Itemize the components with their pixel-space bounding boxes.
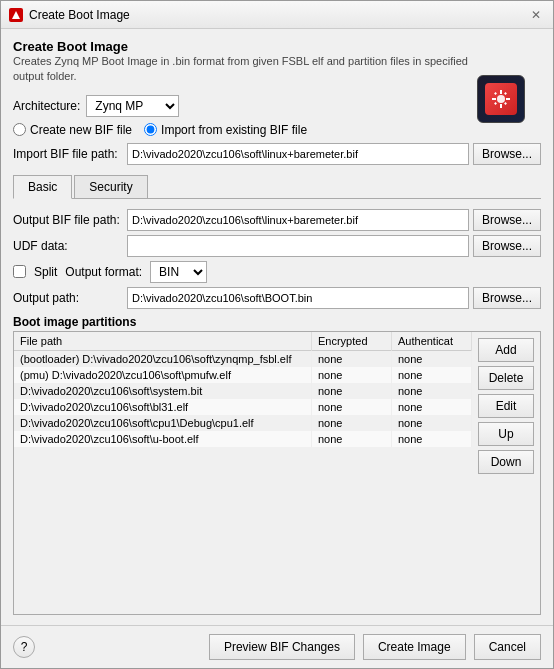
split-checkbox[interactable] bbox=[13, 265, 26, 278]
import-bif-radio[interactable] bbox=[144, 123, 157, 136]
cell-file-4: D:\vivado2020\zcu106\soft\cpu1\Debug\cpu… bbox=[14, 415, 312, 431]
window-icon bbox=[9, 8, 23, 22]
tab-security[interactable]: Security bbox=[74, 175, 147, 198]
svg-rect-3 bbox=[500, 104, 502, 108]
partitions-table: File path Encrypted Authenticat (bootloa… bbox=[14, 332, 472, 614]
split-row: Split Output format: BIN MCS HEX bbox=[13, 261, 541, 283]
main-window: Create Boot Image ✕ Create Boot Image Cr… bbox=[0, 0, 554, 669]
page-description: Creates Zynq MP Boot Image in .bin forma… bbox=[13, 54, 481, 85]
split-label: Split bbox=[34, 265, 57, 279]
partitions-data-table: File path Encrypted Authenticat (bootloa… bbox=[14, 332, 472, 447]
svg-rect-4 bbox=[492, 98, 496, 100]
partitions-box: File path Encrypted Authenticat (bootloa… bbox=[13, 331, 541, 615]
col-header-file: File path bbox=[14, 332, 312, 351]
cell-auth-0: none bbox=[392, 350, 472, 367]
cell-file-0: (bootloader) D:\vivado2020\zcu106\soft\z… bbox=[14, 350, 312, 367]
table-row[interactable]: (bootloader) D:\vivado2020\zcu106\soft\z… bbox=[14, 350, 472, 367]
svg-rect-8 bbox=[504, 92, 507, 95]
cancel-button[interactable]: Cancel bbox=[474, 634, 541, 660]
output-bif-row: Output BIF file path: Browse... bbox=[13, 209, 541, 231]
create-bif-label: Create new BIF file bbox=[30, 123, 132, 137]
cell-file-5: D:\vivado2020\zcu106\soft\u-boot.elf bbox=[14, 431, 312, 447]
cell-enc-4: none bbox=[312, 415, 392, 431]
cell-auth-3: none bbox=[392, 399, 472, 415]
add-partition-button[interactable]: Add bbox=[478, 338, 534, 362]
table-row[interactable]: D:\vivado2020\zcu106\soft\bl31.elf none … bbox=[14, 399, 472, 415]
tabs-bar: Basic Security bbox=[13, 175, 541, 199]
output-path-row: Output path: Browse... bbox=[13, 287, 541, 309]
svg-rect-2 bbox=[500, 90, 502, 94]
partitions-body: (bootloader) D:\vivado2020\zcu106\soft\z… bbox=[14, 350, 472, 447]
cell-auth-1: none bbox=[392, 367, 472, 383]
udf-browse-button[interactable]: Browse... bbox=[473, 235, 541, 257]
partition-buttons: Add Delete Edit Up Down bbox=[472, 332, 540, 614]
footer-left: ? bbox=[13, 636, 35, 658]
create-bif-option: Create new BIF file bbox=[13, 123, 132, 137]
svg-rect-5 bbox=[506, 98, 510, 100]
bif-source-group: Create new BIF file Import from existing… bbox=[13, 123, 541, 137]
cell-auth-4: none bbox=[392, 415, 472, 431]
cell-file-3: D:\vivado2020\zcu106\soft\bl31.elf bbox=[14, 399, 312, 415]
cell-auth-5: none bbox=[392, 431, 472, 447]
import-bif-browse-button[interactable]: Browse... bbox=[473, 143, 541, 165]
col-header-authenticat: Authenticat bbox=[392, 332, 472, 351]
title-bar-left: Create Boot Image bbox=[9, 8, 130, 22]
cell-enc-0: none bbox=[312, 350, 392, 367]
cell-file-2: D:\vivado2020\zcu106\soft\system.bit bbox=[14, 383, 312, 399]
help-button[interactable]: ? bbox=[13, 636, 35, 658]
page-title: Create Boot Image bbox=[13, 39, 481, 54]
table-row[interactable]: (pmu) D:\vivado2020\zcu106\soft\pmufw.el… bbox=[14, 367, 472, 383]
header-area: Create Boot Image Creates Zynq MP Boot I… bbox=[13, 39, 541, 85]
delete-partition-button[interactable]: Delete bbox=[478, 366, 534, 390]
import-bif-path-label: Import BIF file path: bbox=[13, 147, 123, 161]
table-row[interactable]: D:\vivado2020\zcu106\soft\system.bit non… bbox=[14, 383, 472, 399]
cell-enc-5: none bbox=[312, 431, 392, 447]
output-bif-label: Output BIF file path: bbox=[13, 213, 123, 227]
import-bif-option: Import from existing BIF file bbox=[144, 123, 307, 137]
close-button[interactable]: ✕ bbox=[527, 6, 545, 24]
architecture-label: Architecture: bbox=[13, 99, 80, 113]
create-image-button[interactable]: Create Image bbox=[363, 634, 466, 660]
title-bar-text: Create Boot Image bbox=[29, 8, 130, 22]
footer: ? Preview BIF Changes Create Image Cance… bbox=[1, 625, 553, 668]
table-row[interactable]: D:\vivado2020\zcu106\soft\cpu1\Debug\cpu… bbox=[14, 415, 472, 431]
output-format-select[interactable]: BIN MCS HEX bbox=[150, 261, 207, 283]
import-bif-path-input[interactable] bbox=[127, 143, 469, 165]
edit-partition-button[interactable]: Edit bbox=[478, 394, 534, 418]
architecture-row: Architecture: Zynq MP Zynq UltraScale+ bbox=[13, 95, 541, 117]
tab-basic[interactable]: Basic bbox=[13, 175, 72, 199]
output-path-label: Output path: bbox=[13, 291, 123, 305]
cell-file-1: (pmu) D:\vivado2020\zcu106\soft\pmufw.el… bbox=[14, 367, 312, 383]
table-row[interactable]: D:\vivado2020\zcu106\soft\u-boot.elf non… bbox=[14, 431, 472, 447]
udf-row: UDF data: Browse... bbox=[13, 235, 541, 257]
tab-content-basic: Output BIF file path: Browse... UDF data… bbox=[13, 205, 541, 309]
title-bar: Create Boot Image ✕ bbox=[1, 1, 553, 29]
partitions-header: File path Encrypted Authenticat bbox=[14, 332, 472, 351]
create-bif-radio[interactable] bbox=[13, 123, 26, 136]
svg-rect-7 bbox=[504, 102, 507, 105]
cell-auth-2: none bbox=[392, 383, 472, 399]
cell-enc-3: none bbox=[312, 399, 392, 415]
output-bif-input[interactable] bbox=[127, 209, 469, 231]
cell-enc-1: none bbox=[312, 367, 392, 383]
gear-icon bbox=[491, 89, 511, 109]
svg-rect-6 bbox=[494, 92, 497, 95]
preview-bif-button[interactable]: Preview BIF Changes bbox=[209, 634, 355, 660]
svg-marker-0 bbox=[12, 11, 20, 19]
output-bif-browse-button[interactable]: Browse... bbox=[473, 209, 541, 231]
output-path-input[interactable] bbox=[127, 287, 469, 309]
architecture-select[interactable]: Zynq MP Zynq UltraScale+ bbox=[86, 95, 179, 117]
output-format-label: Output format: bbox=[65, 265, 142, 279]
output-path-browse-button[interactable]: Browse... bbox=[473, 287, 541, 309]
content-area: Create Boot Image Creates Zynq MP Boot I… bbox=[1, 29, 553, 625]
import-bif-row: Import BIF file path: Browse... bbox=[13, 143, 541, 165]
udf-input[interactable] bbox=[127, 235, 469, 257]
import-bif-label: Import from existing BIF file bbox=[161, 123, 307, 137]
up-partition-button[interactable]: Up bbox=[478, 422, 534, 446]
svg-point-1 bbox=[497, 95, 505, 103]
udf-label: UDF data: bbox=[13, 239, 123, 253]
down-partition-button[interactable]: Down bbox=[478, 450, 534, 474]
app-icon-inner bbox=[485, 83, 517, 115]
partitions-section: Boot image partitions File path Encrypte… bbox=[13, 315, 541, 615]
svg-rect-9 bbox=[494, 102, 497, 105]
